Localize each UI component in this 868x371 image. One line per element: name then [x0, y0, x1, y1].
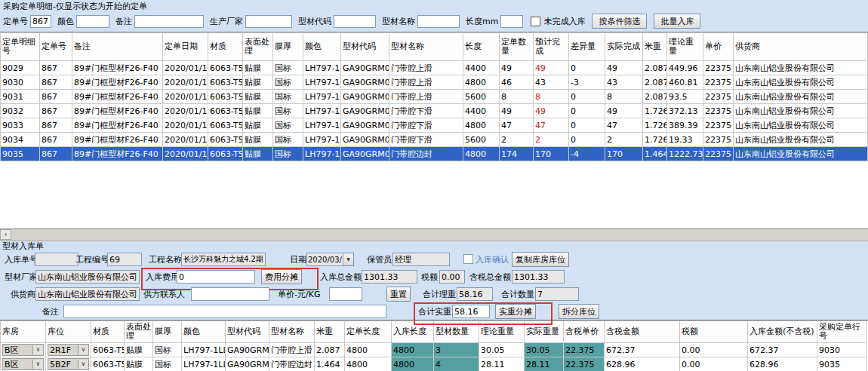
column-header: 税额 [680, 321, 748, 343]
theory-weight-input[interactable] [457, 287, 493, 301]
column-header: 定单数量 [500, 33, 534, 61]
cell: 国标 [273, 104, 303, 118]
cell: 1.726 [643, 104, 667, 118]
unit-price-input[interactable] [329, 287, 362, 301]
order-row[interactable]: 903586789#门框型材F26-F40（866+867）2020/01/13… [1, 147, 868, 161]
cell: 867 [40, 147, 72, 161]
unfinished-checkbox[interactable] [531, 17, 540, 26]
remark-input[interactable] [63, 305, 386, 318]
filter-input-0[interactable] [30, 15, 51, 28]
copy-location-button[interactable]: 复制库房库位 [512, 252, 569, 267]
cell: 2.087 [315, 343, 345, 357]
total-qty-input[interactable] [535, 287, 579, 301]
tax-total-input[interactable] [512, 270, 565, 284]
order-row[interactable]: 903286789#门框型材F26-F40（866+867）2020/01/13… [1, 104, 868, 118]
filter-input-6[interactable] [500, 15, 523, 28]
cell: 2020/01/13 [163, 133, 208, 147]
split-location-button[interactable]: 拆分库位 [559, 304, 599, 319]
cell: 47 [534, 118, 569, 133]
filter-input-2[interactable] [134, 15, 204, 28]
warehouse-combo[interactable]: B区∨ [2, 344, 44, 356]
cell: 6063-T5 [208, 147, 243, 161]
cell: 867 [40, 118, 72, 133]
cell: 1222.73 [667, 147, 703, 161]
reset-button[interactable]: 重置 [386, 287, 411, 302]
filter-label: 长度mm [466, 17, 498, 26]
column-header: 理论重量 [479, 321, 525, 343]
date-picker[interactable]: ▼ [306, 253, 354, 266]
project-name-input[interactable] [181, 253, 266, 266]
date-input[interactable] [306, 253, 343, 266]
filter-input-1[interactable] [76, 15, 109, 28]
filter-input-5[interactable] [417, 15, 460, 28]
inbound-no-input[interactable] [35, 253, 78, 266]
column-header: 入库金额(不含税) [748, 321, 817, 343]
contact-input[interactable] [191, 287, 269, 301]
column-header: 定单日期 [163, 33, 208, 61]
filter-input-3[interactable] [245, 15, 292, 28]
cell: 9030 [1, 75, 40, 90]
column-header: 表面处理 [243, 33, 273, 61]
inbound-row[interactable]: B区∨2R1F∨6063-T5贴膜国标LH797-1LL0GA90GRM03门带… [1, 343, 867, 357]
inbound-row[interactable]: B区∨5B2F∨6063-T5贴膜国标LH797-1LL0GA90GRM05门带… [1, 357, 867, 371]
cell: 山东南山铝业股份有限公司 [734, 75, 868, 90]
chevron-down-icon[interactable]: ∨ [78, 345, 88, 354]
filter-by-condition-button[interactable]: 按条件筛选 [592, 14, 647, 29]
cell: 49 [500, 104, 534, 118]
cell: 2.087 [643, 75, 667, 90]
column-header: 差异量 [569, 33, 605, 61]
cell: 6063-T5 [208, 133, 243, 147]
cell: 93.5 [667, 90, 703, 104]
order-table: 定单明细号定单号备注定单日期材质表面处理膜厚颜色型材代码型材名称长度定单数量预计… [0, 32, 868, 161]
order-row[interactable]: 903486789#门框型材F26-F40（866+867）2020/01/13… [1, 133, 868, 147]
cell: 6063-T5 [208, 118, 243, 133]
scroll-left-icon[interactable]: ‹ [0, 229, 11, 240]
tax-input[interactable] [439, 270, 465, 284]
fee-input[interactable] [177, 270, 255, 284]
cell: 2020/01/13 [163, 90, 208, 104]
warehouse-combo[interactable]: B区∨ [2, 358, 44, 370]
actual-weight-input[interactable] [452, 305, 490, 318]
calendar-dropdown-icon[interactable]: ▼ [343, 253, 354, 266]
combo-value: 5B2F [48, 360, 78, 369]
column-header: 单价 [703, 33, 734, 61]
location-combo[interactable]: 5B2F∨ [48, 358, 89, 370]
cell: 门带腔下滑 [389, 104, 463, 118]
scrollbar-track[interactable] [11, 229, 868, 241]
column-header: 型材名称 [389, 33, 463, 61]
cell: 49 [500, 61, 534, 75]
chevron-down-icon[interactable]: ∨ [78, 360, 88, 369]
chevron-down-icon[interactable]: ∨ [32, 345, 43, 354]
actual-share-button[interactable]: 实重分摊 [495, 304, 536, 319]
order-row[interactable]: 903186789#门框型材F26-F40（866+867）2020/01/13… [1, 90, 868, 104]
order-row[interactable]: 903386789#门框型材F26-F40（866+867）2020/01/13… [1, 118, 868, 133]
filter-input-4[interactable] [334, 15, 376, 28]
chevron-down-icon[interactable]: ∨ [32, 360, 43, 369]
total-amount-input[interactable] [362, 270, 417, 284]
cell: 4800 [392, 343, 434, 357]
fee-share-button[interactable]: 费用分摊 [261, 269, 302, 284]
cell: 贴膜 [243, 90, 273, 104]
cell: 0 [569, 104, 605, 118]
project-no-input[interactable] [107, 253, 142, 266]
cell: 贴膜 [243, 133, 273, 147]
location-combo[interactable]: 2R1F∨ [48, 344, 89, 356]
column-header: 采购定单行号 [817, 321, 867, 343]
cell: 6063-T5 [208, 90, 243, 104]
supplier-input[interactable] [35, 287, 140, 301]
inbound-confirm-checkbox[interactable] [463, 254, 473, 264]
cell: 0.00 [680, 343, 748, 357]
keeper-input[interactable] [392, 253, 450, 266]
cell: GA90GRM03 [341, 61, 389, 75]
column-header: 实际重量 [525, 321, 564, 343]
cell: 28.11 [525, 357, 564, 371]
order-row[interactable]: 902986789#门框型材F26-F40（866+867）2020/01/13… [1, 61, 868, 75]
factory-input[interactable] [35, 270, 140, 284]
cell: 贴膜 [243, 104, 273, 118]
batch-inbound-button[interactable]: 批量入库 [654, 14, 700, 29]
cell: 30.05 [479, 343, 525, 357]
cell: 国标 [153, 357, 182, 371]
cell: 2020/01/13 [163, 61, 208, 75]
horizontal-scrollbar[interactable]: ‹ [0, 229, 868, 241]
order-row[interactable]: 903086789#门框型材F26-F40（866+867）2020/01/13… [1, 75, 868, 90]
